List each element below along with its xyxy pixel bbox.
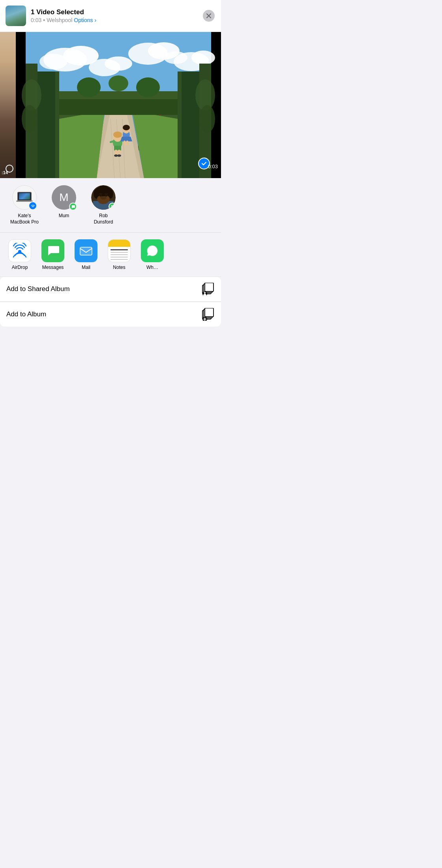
whatsapp-icon-svg xyxy=(145,244,159,258)
options-link[interactable]: Options › xyxy=(74,17,96,23)
add-shared-album-row[interactable]: Add to Shared Album xyxy=(0,277,221,302)
svg-point-80 xyxy=(100,196,107,199)
svg-marker-42 xyxy=(59,111,105,178)
app-label: Mail xyxy=(82,265,90,270)
svg-point-75 xyxy=(96,188,103,194)
header-title: 1 Video Selected xyxy=(31,8,203,16)
svg-rect-54 xyxy=(118,150,120,155)
video-duration-badge: 0:03 xyxy=(208,163,218,169)
macbook-icon xyxy=(17,192,32,203)
svg-point-83 xyxy=(100,195,101,196)
messages-app-icon xyxy=(41,239,64,262)
prev-timestamp: :14 xyxy=(2,170,8,175)
check-icon xyxy=(201,160,207,167)
message-icon xyxy=(71,205,75,209)
shared-album-icon xyxy=(201,282,215,296)
add-album-icon xyxy=(201,308,215,321)
action-label: Add to Shared Album xyxy=(6,285,201,293)
message-badge xyxy=(69,203,77,210)
app-whatsapp[interactable]: Wh… xyxy=(139,239,166,270)
svg-point-4 xyxy=(39,54,67,70)
contacts-row: Kate'sMacBook Pro M Mum xyxy=(9,185,215,225)
svg-point-66 xyxy=(123,125,130,130)
mail-icon-svg xyxy=(79,243,94,258)
svg-point-93 xyxy=(204,292,206,293)
video-thumbnail xyxy=(6,6,26,26)
svg-point-20 xyxy=(22,105,37,133)
app-notes[interactable]: Notes xyxy=(106,239,133,270)
airdrop-badge xyxy=(28,201,37,210)
notes-app-icon xyxy=(108,239,131,262)
prev-photo: :14 xyxy=(0,32,16,178)
macbook-avatar xyxy=(12,185,37,210)
svg-rect-53 xyxy=(115,150,117,155)
contacts-section: Kate'sMacBook Pro M Mum xyxy=(0,178,221,233)
photo-strip: :14 xyxy=(0,32,221,178)
mail-app-icon xyxy=(75,239,97,262)
app-label: Notes xyxy=(113,265,125,270)
airdrop-wifi-icon xyxy=(31,204,35,208)
svg-point-6 xyxy=(105,56,132,71)
svg-point-84 xyxy=(106,195,107,196)
whatsapp-app-icon xyxy=(141,239,164,262)
svg-rect-46 xyxy=(59,91,178,99)
app-airdrop[interactable]: AirDrop xyxy=(6,239,33,270)
svg-point-11 xyxy=(191,51,215,65)
svg-point-58 xyxy=(113,132,122,138)
svg-rect-14 xyxy=(55,71,59,178)
svg-point-76 xyxy=(104,188,111,194)
messages-icon-svg xyxy=(45,243,60,258)
svg-rect-91 xyxy=(205,283,214,291)
close-icon xyxy=(206,13,212,19)
video-duration: 0:03 xyxy=(31,17,41,23)
bottom-spacer xyxy=(0,327,221,338)
svg-rect-96 xyxy=(205,308,214,317)
add-album-svg xyxy=(202,308,214,321)
svg-rect-64 xyxy=(126,141,128,145)
main-video: 0:03 xyxy=(16,32,221,178)
share-header: 1 Video Selected 0:03 • Welshpool Option… xyxy=(0,0,221,32)
svg-point-47 xyxy=(77,77,101,97)
header-subtitle: 0:03 • Welshpool Options › xyxy=(31,17,203,23)
svg-marker-62 xyxy=(120,137,132,141)
app-label: AirDrop xyxy=(12,265,28,270)
app-mail[interactable]: Mail xyxy=(73,239,99,270)
close-button[interactable] xyxy=(203,10,215,22)
contact-name: Kate'sMacBook Pro xyxy=(10,213,39,225)
header-info: 1 Video Selected 0:03 • Welshpool Option… xyxy=(31,8,203,23)
apps-section: AirDrop Messages Mail xyxy=(0,233,221,277)
svg-point-49 xyxy=(109,75,128,91)
message-icon xyxy=(110,205,115,209)
garden-scene xyxy=(16,32,221,178)
rob-avatar xyxy=(91,185,116,210)
contact-letter: M xyxy=(59,191,68,204)
mum-avatar: M xyxy=(52,185,76,210)
header-location: Welshpool xyxy=(47,17,72,23)
app-messages[interactable]: Messages xyxy=(39,239,66,270)
contact-rob-dunsford[interactable]: RobDunsford xyxy=(88,185,119,225)
contact-kates-macbook[interactable]: Kate'sMacBook Pro xyxy=(9,185,40,225)
svg-point-56 xyxy=(117,154,121,157)
action-label: Add to Album xyxy=(6,310,201,318)
app-label: Wh… xyxy=(146,265,158,270)
contact-name: Mum xyxy=(59,213,69,219)
svg-point-48 xyxy=(136,77,160,97)
add-album-row[interactable]: Add to Album xyxy=(0,302,221,327)
svg-rect-17 xyxy=(178,71,182,178)
svg-point-23 xyxy=(199,105,215,133)
contact-mum[interactable]: M Mum xyxy=(48,185,80,219)
airdrop-icon-svg xyxy=(12,243,28,259)
airdrop-app-icon xyxy=(8,239,31,262)
app-label: Messages xyxy=(42,265,64,270)
contact-name: RobDunsford xyxy=(94,213,113,225)
apps-row: AirDrop Messages Mail xyxy=(6,239,215,270)
header-dot: • xyxy=(43,17,45,23)
svg-rect-86 xyxy=(80,247,92,255)
svg-rect-63 xyxy=(124,141,125,145)
message-badge xyxy=(109,203,116,210)
shared-album-svg xyxy=(202,283,214,295)
actions-section: Add to Shared Album Add to Album xyxy=(0,277,221,327)
